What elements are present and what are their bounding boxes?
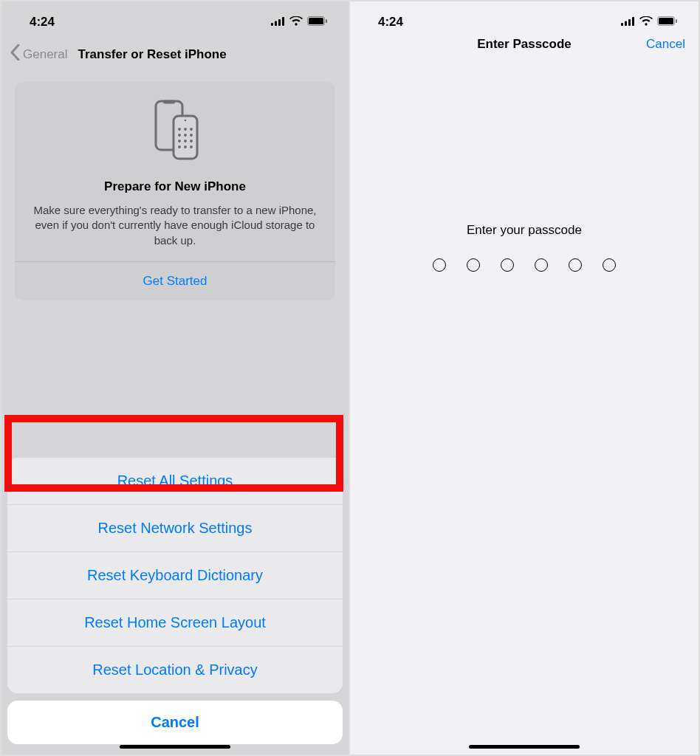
status-icons [271,15,328,30]
phone-left: 4:24 General Transfer or Reset iPhone [1,1,350,755]
nav-bar-left: General Transfer or Reset iPhone [1,37,349,75]
passcode-area: Enter your passcode [350,223,699,272]
svg-rect-6 [326,19,327,23]
status-time: 4:24 [30,15,55,30]
prepare-card: Prepare for New iPhone Make sure everyth… [15,82,335,300]
reset-action-sheet: Reset All Settings Reset Network Setting… [7,458,343,744]
passcode-dot [501,258,514,272]
svg-point-11 [178,128,181,131]
svg-rect-5 [309,18,323,24]
battery-icon [657,15,678,30]
wifi-icon [639,15,653,30]
svg-point-21 [184,145,187,148]
reset-keyboard-dictionary-button[interactable]: Reset Keyboard Dictionary [7,552,343,599]
svg-point-10 [185,120,187,122]
home-indicator[interactable] [469,745,580,749]
passcode-dots[interactable] [350,258,699,272]
reset-home-screen-layout-button[interactable]: Reset Home Screen Layout [7,599,343,647]
passcode-dot [467,258,480,272]
back-label: General [23,47,67,62]
svg-rect-23 [621,23,623,26]
card-description: Make sure everything's ready to transfer… [28,203,322,261]
cancel-button[interactable]: Cancel [646,37,685,52]
back-button[interactable]: General [10,44,67,64]
svg-rect-29 [676,19,677,23]
svg-rect-25 [628,19,631,26]
passcode-dot [535,258,548,272]
reset-network-settings-button[interactable]: Reset Network Settings [7,505,343,552]
chevron-left-icon [10,44,20,64]
svg-rect-26 [632,17,634,26]
svg-point-16 [190,134,193,137]
svg-point-20 [178,145,181,148]
passcode-prompt: Enter your passcode [350,223,699,238]
status-icons [621,15,678,30]
get-started-button[interactable]: Get Started [28,262,322,300]
cellular-icon [271,15,285,30]
svg-point-19 [190,140,193,142]
status-bar: 4:24 [1,1,349,37]
svg-point-17 [178,140,181,142]
svg-point-18 [184,140,187,142]
svg-rect-0 [271,23,273,26]
battery-icon [307,15,328,30]
status-time: 4:24 [378,15,403,30]
svg-rect-3 [282,17,284,26]
reset-location-privacy-button[interactable]: Reset Location & Privacy [7,647,343,693]
phone-right: 4:24 Enter Passcode Cancel Enter your pa… [350,1,699,755]
svg-point-22 [190,145,193,148]
svg-rect-9 [174,116,197,159]
svg-point-13 [190,128,193,131]
sheet-cancel-button[interactable]: Cancel [7,701,343,744]
passcode-dot [603,258,616,272]
passcode-dot [569,258,582,272]
svg-rect-2 [278,19,281,26]
svg-rect-28 [659,18,673,24]
wifi-icon [289,15,303,30]
svg-point-12 [184,128,187,131]
sheet-group: Reset All Settings Reset Network Setting… [7,458,343,693]
card-title: Prepare for New iPhone [28,179,322,194]
home-indicator[interactable] [120,745,230,749]
cellular-icon [621,15,635,30]
status-bar: 4:24 [350,1,699,37]
reset-all-settings-button[interactable]: Reset All Settings [7,458,343,505]
phones-icon [28,98,322,166]
nav-bar-right: Enter Passcode Cancel [350,37,699,55]
svg-point-15 [184,134,187,137]
svg-rect-8 [163,100,175,104]
svg-rect-24 [625,21,627,27]
passcode-dot [433,258,446,272]
svg-rect-1 [275,21,277,27]
svg-point-14 [178,134,181,137]
nav-title: Transfer or Reset iPhone [78,47,226,62]
